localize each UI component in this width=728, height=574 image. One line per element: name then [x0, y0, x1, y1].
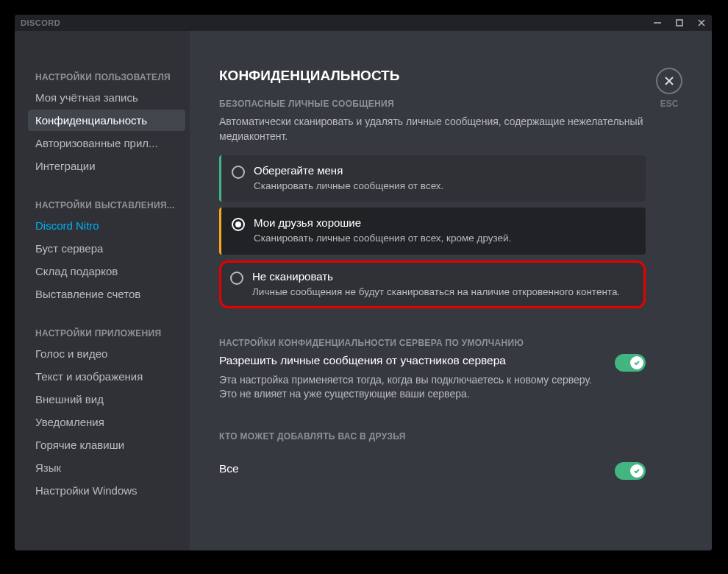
option-title: Оберегайте меня — [254, 164, 635, 177]
sidebar-item-keybinds[interactable]: Горячие клавиши — [28, 434, 185, 456]
page-title: КОНФИДЕНЦИАЛЬНОСТЬ — [219, 68, 682, 84]
app-name: DISCORD — [21, 18, 60, 27]
sidebar-header-app: НАСТРОЙКИ ПРИЛОЖЕНИЯ — [28, 324, 185, 343]
minimize-button[interactable] — [653, 18, 662, 27]
sidebar-item-billing[interactable]: Выставление счетов — [28, 283, 185, 305]
sidebar-item-text-images[interactable]: Текст и изображения — [28, 366, 185, 387]
sidebar-item-windows-settings[interactable]: Настройки Windows — [28, 480, 185, 501]
sidebar-header-user: НАСТРОЙКИ ПОЛЬЗОВАТЕЛЯ — [28, 68, 185, 87]
option-friends-nice[interactable]: Мои друзья хорошие Сканировать личные со… — [219, 208, 646, 254]
option-title: Не сканировать — [252, 270, 635, 283]
sidebar-item-nitro[interactable]: Discord Nitro — [28, 215, 185, 236]
main-panel: ESC КОНФИДЕНЦИАЛЬНОСТЬ БЕЗОПАСНЫЕ ЛИЧНЫЕ… — [190, 31, 712, 550]
radio-icon — [230, 272, 243, 285]
option-keep-me-safe[interactable]: Оберегайте меня Сканировать личные сообщ… — [219, 155, 646, 202]
titlebar: DISCORD — [15, 15, 712, 31]
content-wrapper: НАСТРОЙКИ ПОЛЬЗОВАТЕЛЯ Моя учётная запис… — [15, 31, 712, 550]
who-can-add-header: КТО МОЖЕТ ДОБАВЛЯТЬ ВАС В ДРУЗЬЯ — [219, 431, 646, 442]
who-can-add-section: КТО МОЖЕТ ДОБАВЛЯТЬ ВАС В ДРУЗЬЯ Все — [219, 431, 646, 480]
safe-dm-options: Оберегайте меня Сканировать личные сообщ… — [219, 155, 646, 308]
server-defaults-header: НАСТРОЙКИ КОНФИДЕНЦИАЛЬНОСТИ СЕРВЕРА ПО … — [219, 338, 646, 348]
sidebar-item-server-boost[interactable]: Буст сервера — [28, 238, 185, 259]
everyone-label: Все — [219, 462, 239, 475]
radio-icon — [232, 218, 245, 231]
maximize-button[interactable] — [675, 18, 684, 27]
allow-dm-toggle[interactable] — [615, 354, 646, 372]
option-title: Мои друзья хорошие — [254, 216, 635, 229]
option-desc: Личные сообщения не будут сканироваться … — [252, 286, 635, 299]
sidebar-item-privacy[interactable]: Конфиденциальность — [28, 110, 185, 131]
allow-dm-label: Разрешить личные сообщения от участников… — [219, 354, 600, 367]
sidebar-item-appearance[interactable]: Внешний вид — [28, 389, 185, 410]
radio-icon — [232, 166, 245, 179]
check-icon — [630, 464, 643, 478]
sidebar-item-account[interactable]: Моя учётная запись — [28, 87, 185, 108]
sidebar-item-integrations[interactable]: Интеграции — [28, 155, 185, 177]
safe-dm-header: БЕЗОПАСНЫЕ ЛИЧНЫЕ СООБЩЕНИЯ — [219, 99, 646, 109]
everyone-toggle[interactable] — [615, 462, 646, 480]
option-desc: Сканировать личные сообщения от всех. — [254, 180, 635, 193]
server-defaults-section: НАСТРОЙКИ КОНФИДЕНЦИАЛЬНОСТИ СЕРВЕРА ПО … — [219, 338, 646, 402]
sidebar-item-notifications[interactable]: Уведомления — [28, 411, 185, 433]
option-desc: Сканировать личные сообщения от всех, кр… — [254, 232, 635, 245]
safe-dm-section: БЕЗОПАСНЫЕ ЛИЧНЫЕ СООБЩЕНИЯ Автоматическ… — [219, 99, 646, 308]
svg-rect-1 — [677, 20, 682, 26]
window-controls — [653, 18, 706, 27]
close-settings-button[interactable]: ESC — [656, 68, 682, 109]
option-do-not-scan[interactable]: Не сканировать Личные сообщения не будут… — [219, 261, 646, 308]
safe-dm-description: Автоматически сканировать и удалять личн… — [219, 115, 646, 144]
allow-dm-desc: Эта настройка применяется тогда, когда в… — [219, 373, 600, 402]
close-icon — [656, 68, 682, 94]
sidebar-item-gift-inventory[interactable]: Склад подарков — [28, 261, 185, 282]
sidebar-header-billing: НАСТРОЙКИ ВЫСТАВЛЕНИЯ... — [28, 196, 185, 215]
check-icon — [630, 356, 643, 369]
sidebar-item-authorized-apps[interactable]: Авторизованные прил... — [28, 132, 185, 154]
close-label: ESC — [660, 99, 679, 109]
sidebar-item-language[interactable]: Язык — [28, 457, 185, 478]
settings-sidebar: НАСТРОЙКИ ПОЛЬЗОВАТЕЛЯ Моя учётная запис… — [15, 31, 190, 550]
app-window: DISCORD НАСТРОЙКИ ПОЛЬЗОВАТЕЛЯ Моя учётн… — [15, 15, 712, 550]
sidebar-item-voice-video[interactable]: Голос и видео — [28, 343, 185, 364]
close-window-button[interactable] — [697, 18, 706, 27]
